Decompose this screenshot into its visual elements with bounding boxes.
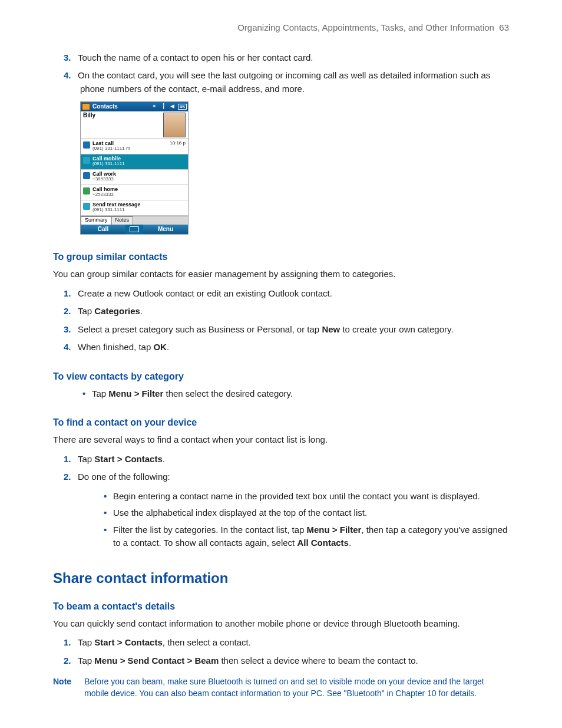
contact-action-row[interactable]: Call home+2523333 [81,185,188,200]
find-sub-bullets: Begin entering a contact name in the pro… [53,490,509,550]
step-4: 4.On the contact card, you will see the … [80,69,509,95]
ok-button[interactable]: ok [178,104,187,110]
bold-text: Menu > Filter [306,525,361,535]
list-item: 3.Select a preset category such as Busin… [80,323,509,337]
step-text: Create a new Outlook contact or edit an … [78,288,332,298]
action-icon [83,187,90,195]
action-time: 10:16 p [170,141,186,146]
note-text: Before you can beam, make sure Bluetooth… [84,676,509,700]
list-item: 1.Tap Start > Contacts. [80,453,509,466]
group-steps: 1.Create a new Outlook contact or edit a… [53,287,509,354]
bullet-item: Filter the list by categories. In the co… [104,523,509,550]
step-3: 3.Touch the name of a contact to open hi… [80,51,509,65]
action-subtitle: (091) 331-1111 [92,207,186,212]
step-text: Tap Menu > Send Contact > Beam then sele… [78,655,418,666]
contact-action-row[interactable]: Call work+3853333 [81,170,188,185]
bold-text: New [322,324,340,334]
bullet-item: Begin entering a contact name in the pro… [104,490,509,503]
contact-action-row[interactable]: Call mobile(091) 331-1111 [81,154,188,170]
step-number: 1. [64,453,78,466]
group-intro: You can group similar contacts for easie… [53,268,509,281]
device-titlebar: Contacts ✶ ┇ ◀ ok [81,102,188,111]
heading-beam: To beam a contact's details [53,599,509,614]
connectivity-icon[interactable]: ✶ [151,104,158,110]
page-header: Organizing Contacts, Appointments, Tasks… [53,21,509,35]
bold-text: Start > Contacts [94,637,162,647]
step-number: 1. [64,287,78,301]
keyboard-icon [130,226,139,232]
action-subtitle: (091) 331-1111 m [92,146,167,151]
contact-name: Billy [83,113,95,119]
volume-icon[interactable]: ◀ [169,104,176,110]
bullet-item: Tap Menu > Filter then select the desire… [82,387,509,401]
action-icon [83,172,90,179]
page-number: 63 [499,22,509,32]
action-icon [83,157,90,164]
softkey-keyboard[interactable] [125,225,143,234]
start-icon[interactable] [82,103,90,110]
bold-text: OK [153,342,167,352]
contact-action-row[interactable]: Last call(091) 331-1111 m10:16 p [81,139,188,154]
signal-icon[interactable]: ┇ [160,104,167,110]
bold-text: Start > Contacts [94,454,162,464]
chapter-title: Organizing Contacts, Appointments, Tasks… [237,22,494,32]
step-text: When finished, tap OK. [78,342,169,352]
app-title: Contacts [92,104,149,110]
step-number: 2. [64,305,78,318]
step-number: 4. [64,341,78,354]
intro-steps: 3.Touch the name of a contact to open hi… [53,51,509,96]
bold-text: Menu > Filter [108,388,163,398]
step-number: 1. [64,636,78,650]
viewcat-bullets: Tap Menu > Filter then select the desire… [53,387,509,401]
action-subtitle: +2523333 [92,192,186,197]
find-steps: 1.Tap Start > Contacts.2.Do one of the f… [53,453,509,484]
list-item: 2.Tap Categories. [80,305,509,318]
tab-summary[interactable]: Summary [81,216,112,225]
device-screenshot: Contacts ✶ ┇ ◀ ok Billy Last call(091) 3… [80,101,189,235]
action-icon [83,141,90,149]
note-label: Note [53,676,71,700]
contact-photo [163,113,186,137]
share-steps: 1.Tap Start > Contacts, then select a co… [53,636,509,667]
step-text: Tap Start > Contacts, then select a cont… [78,637,251,647]
list-item: 1.Tap Start > Contacts, then select a co… [80,636,509,650]
step-number: 2. [64,654,78,668]
step-number: 3. [64,51,78,65]
step-number: 4. [64,69,78,83]
softkey-right[interactable]: Menu [143,226,188,233]
action-subtitle: (091) 331-1111 [92,162,186,166]
step-text: Touch the name of a contact to open his … [78,52,313,62]
list-item: 2.Do one of the following: [80,470,509,484]
find-intro: There are several ways to find a contact… [53,433,509,447]
note-block: Note Before you can beam, make sure Blue… [53,676,509,700]
heading-find-contact: To find a contact on your device [53,416,509,430]
list-item: 1.Create a new Outlook contact or edit a… [80,287,509,301]
heading-group-contacts: To group similar contacts [53,250,509,264]
tab-notes[interactable]: Notes [111,216,134,225]
action-icon [83,203,90,210]
step-text: Select a preset category such as Busines… [78,324,454,334]
bold-text: Categories [94,306,140,316]
contact-action-list: Last call(091) 331-1111 m10:16 pCall mob… [81,139,188,216]
step-text: Do one of the following: [78,472,170,482]
share-intro: You can quickly send contact information… [53,617,509,631]
bold-text: All Contacts [297,538,349,548]
step-text: Tap Start > Contacts. [78,454,165,464]
softkey-left[interactable]: Call [81,226,125,233]
action-subtitle: +3853333 [92,177,186,182]
list-item: 2.Tap Menu > Send Contact > Beam then se… [80,654,509,668]
heading-view-category: To view contacts by category [53,370,509,384]
softkey-bar: Call Menu [81,225,188,234]
list-item: 4.When finished, tap OK. [80,341,509,354]
step-number: 2. [64,470,78,484]
contact-action-row[interactable]: Send text message(091) 331-1111 [81,200,188,216]
step-text: On the contact card, you will see the la… [78,70,490,94]
bold-text: Menu > Send Contact > Beam [94,655,219,666]
heading-share: Share contact information [53,568,509,589]
page: Organizing Contacts, Appointments, Tasks… [0,0,562,728]
contact-header: Billy [81,111,188,139]
tab-strip: Summary Notes [81,216,188,225]
step-text: Tap Categories. [78,306,143,316]
bullet-item: Use the alphabetical index displayed at … [104,506,509,520]
step-number: 3. [64,323,78,337]
